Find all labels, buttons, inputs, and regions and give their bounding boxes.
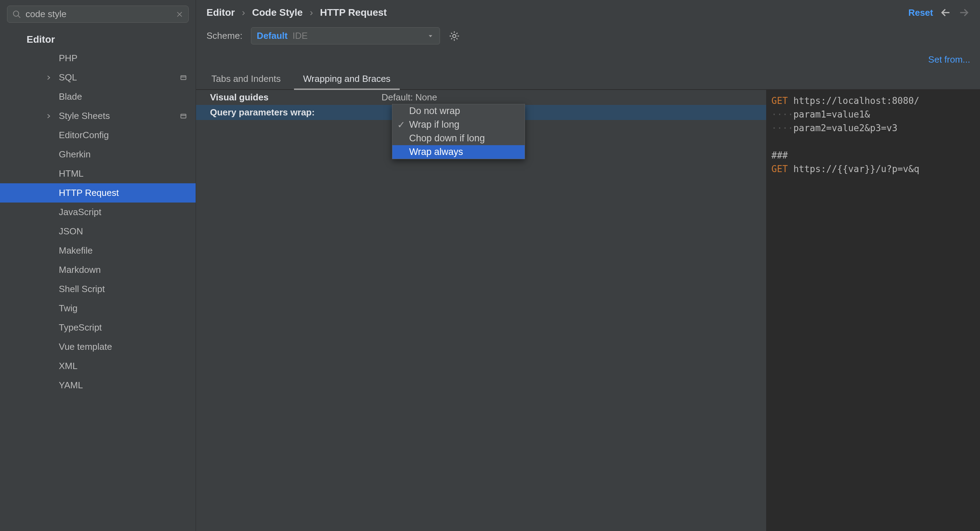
tab-wrapping-and-braces[interactable]: Wrapping and Braces (300, 70, 393, 89)
sidebar-item-php[interactable]: PHP (0, 49, 196, 68)
settings-row[interactable]: Visual guidesDefault: None (196, 90, 766, 105)
tab-tabs-and-indents[interactable]: Tabs and Indents (208, 70, 283, 89)
svg-point-11 (453, 34, 456, 37)
sidebar-item-label: HTML (59, 168, 84, 179)
dropdown-item-label: Chop down if long (409, 133, 485, 143)
nav-forward-icon (958, 7, 969, 18)
code-preview: GET https://localhost:8080/ ····param1=v… (767, 90, 980, 531)
sidebar-item-blade[interactable]: Blade (0, 87, 196, 106)
subpage-icon (180, 112, 187, 120)
dropdown-item[interactable]: ✓Wrap if long (392, 118, 525, 132)
sidebar-item-makefile[interactable]: Makefile (0, 241, 196, 260)
chevron-right-icon[interactable] (46, 74, 52, 81)
svg-point-0 (13, 11, 19, 16)
sidebar-item-label: TypeScript (59, 322, 102, 333)
sidebar-item-gherkin[interactable]: Gherkin (0, 145, 196, 164)
sidebar-item-vue-template[interactable]: Vue template (0, 337, 196, 357)
check-icon: ✓ (397, 119, 405, 130)
sidebar-item-label: Blade (59, 91, 82, 102)
sidebar-item-label: JSON (59, 226, 83, 237)
dropdown-item[interactable]: Chop down if long (392, 132, 525, 145)
breadcrumb-item[interactable]: HTTP Request (320, 7, 387, 18)
clear-search-icon[interactable] (176, 11, 183, 18)
dropdown-item-label: Wrap always (409, 147, 463, 157)
breadcrumb-item[interactable]: Editor (207, 7, 235, 18)
sidebar-item-label: YAML (59, 380, 83, 391)
chevron-right-icon: › (310, 7, 313, 18)
sidebar-item-typescript[interactable]: TypeScript (0, 318, 196, 337)
dropdown-item[interactable]: Do not wrap (392, 104, 525, 118)
settings-search-box[interactable] (7, 6, 189, 23)
scheme-select[interactable]: Default IDE (251, 27, 440, 44)
sidebar-item-label: Makefile (59, 245, 93, 256)
sidebar-item-markdown[interactable]: Markdown (0, 260, 196, 279)
dropdown-item-label: Do not wrap (409, 106, 460, 116)
sidebar-item-shell-script[interactable]: Shell Script (0, 279, 196, 299)
sidebar-item-label: Vue template (59, 341, 112, 352)
sidebar-item-http-request[interactable]: HTTP Request (0, 183, 196, 203)
sidebar-item-yaml[interactable]: YAML (0, 376, 196, 395)
sidebar-group-editor[interactable]: Editor (0, 28, 196, 49)
sidebar-item-style-sheets[interactable]: Style Sheets (0, 106, 196, 125)
gear-icon[interactable] (449, 30, 460, 42)
sidebar-tree: PHPSQLBladeStyle SheetsEditorConfigGherk… (0, 49, 196, 395)
nav-back-icon[interactable] (940, 7, 951, 18)
scheme-label: Scheme: (207, 30, 243, 41)
wrap-options-dropdown[interactable]: Do not wrap✓Wrap if longChop down if lon… (392, 104, 525, 159)
sidebar-item-html[interactable]: HTML (0, 164, 196, 183)
settings-row-value[interactable]: Default: None (382, 92, 437, 103)
sidebar-item-label: Twig (59, 303, 77, 314)
sidebar-item-label: XML (59, 361, 77, 371)
dropdown-item[interactable]: Wrap always (392, 145, 525, 159)
scheme-value-scope: IDE (293, 30, 308, 41)
dropdown-item-label: Wrap if long (409, 119, 460, 130)
sidebar-item-label: HTTP Request (59, 187, 119, 198)
sidebar-item-label: PHP (59, 53, 77, 63)
chevron-down-icon (427, 33, 434, 40)
svg-rect-4 (181, 76, 186, 79)
chevron-right-icon: › (242, 7, 245, 18)
sidebar-item-sql[interactable]: SQL (0, 68, 196, 87)
chevron-right-icon[interactable] (46, 113, 52, 119)
search-icon (12, 10, 21, 19)
sidebar-item-label: Shell Script (59, 284, 105, 295)
subpage-icon (180, 74, 187, 81)
breadcrumb: Editor › Code Style › HTTP Request (207, 7, 387, 18)
sidebar-item-label: JavaScript (59, 207, 101, 217)
settings-row-label: Visual guides (210, 92, 382, 103)
topbar: Editor › Code Style › HTTP Request Reset (196, 0, 980, 25)
tabs-bar: Tabs and Indents Wrapping and Braces (196, 70, 980, 90)
sidebar-item-label: Markdown (59, 265, 101, 275)
settings-row-label: Query parameters wrap: (210, 107, 382, 118)
svg-marker-10 (429, 35, 432, 37)
svg-line-1 (18, 15, 20, 17)
settings-sidebar: Editor PHPSQLBladeStyle SheetsEditorConf… (0, 0, 196, 531)
breadcrumb-item[interactable]: Code Style (252, 7, 303, 18)
sidebar-item-javascript[interactable]: JavaScript (0, 203, 196, 222)
sidebar-item-label: Gherkin (59, 149, 91, 160)
sidebar-item-label: EditorConfig (59, 130, 109, 141)
sidebar-item-label: Style Sheets (59, 111, 110, 121)
svg-rect-6 (181, 114, 186, 118)
settings-search-input[interactable] (25, 9, 172, 20)
sidebar-item-json[interactable]: JSON (0, 222, 196, 241)
sidebar-item-xml[interactable]: XML (0, 357, 196, 376)
sidebar-item-editorconfig[interactable]: EditorConfig (0, 125, 196, 145)
settings-table: Visual guidesDefault: NoneQuery paramete… (196, 90, 767, 531)
setfrom-row: Set from... (196, 51, 980, 70)
main-panel: Editor › Code Style › HTTP Request Reset… (196, 0, 980, 531)
sidebar-item-label: SQL (59, 72, 77, 83)
set-from-link[interactable]: Set from... (928, 54, 970, 65)
scheme-value-name: Default (257, 30, 288, 41)
sidebar-item-twig[interactable]: Twig (0, 299, 196, 318)
scheme-row: Scheme: Default IDE (196, 25, 980, 51)
reset-button[interactable]: Reset (908, 7, 933, 18)
